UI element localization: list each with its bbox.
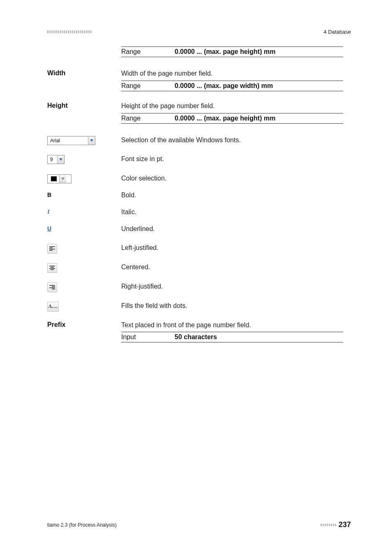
width-desc: Width of the page number field. [121,69,343,78]
range-label: Range [121,82,175,90]
svg-rect-7 [49,266,55,266]
range-label: Range [121,48,175,56]
color-swatch-icon [51,176,57,181]
font-size-desc: Font size in pt. [121,155,343,164]
font-size-value: 9 [48,157,55,162]
bold-desc: Bold. [121,191,343,200]
svg-rect-11 [49,285,55,286]
svg-rect-13 [49,287,55,288]
color-desc: Color selection. [121,174,343,183]
font-family-desc: Selection of the available Windows fonts… [121,136,343,145]
italic-icon[interactable]: I [47,208,50,215]
svg-rect-14 [52,289,55,289]
height-desc: Height of the page number field. [121,102,343,111]
prefix-desc: Text placed in front of the page number … [121,321,343,330]
svg-rect-3 [49,246,55,247]
bold-icon[interactable]: B [47,192,51,198]
align-center-icon[interactable] [47,263,57,273]
footer-left: tiamo 2.3 (for Process Analysis) [47,522,117,528]
align-center-desc: Centered. [121,263,343,272]
align-left-desc: Left-justified. [121,244,343,252]
input-label: Input [121,333,175,341]
svg-rect-10 [51,269,54,270]
range-label: Range [121,115,175,122]
section-header: 4 Database [324,29,351,35]
range-value: 0.0000 ... (max. page width) mm [175,82,273,90]
range-row-top: Range 0.0000 ... (max. page height) mm [121,46,343,57]
fill-dots-glyph: A.... [48,303,58,310]
font-size-dropdown[interactable]: 9 [47,155,65,164]
italic-desc: Italic. [121,208,343,217]
underline-desc: Underlined. [121,225,343,234]
range-row-height: Range 0.0000 ... (max. page height) mm [121,113,343,124]
align-left-icon[interactable] [47,244,57,254]
chevron-down-icon [57,155,64,164]
align-right-icon[interactable] [47,282,57,292]
font-family-dropdown[interactable]: Arial [47,136,95,145]
decorative-bars-top [47,30,92,33]
fill-dots-desc: Fills the field with dots. [121,302,343,310]
heading-width: Width [47,69,117,77]
font-family-value: Arial [48,138,62,143]
page-number: 237 [339,520,351,529]
svg-rect-5 [49,249,55,250]
fill-dots-icon[interactable]: A.... [47,302,59,312]
input-row-prefix: Input 50 characters [121,332,343,342]
input-value: 50 characters [175,333,217,341]
svg-rect-4 [49,247,53,248]
svg-rect-6 [49,250,53,251]
svg-marker-1 [59,158,62,161]
range-value: 0.0000 ... (max. page height) mm [175,115,275,122]
svg-rect-8 [51,267,54,268]
svg-marker-2 [61,178,65,180]
svg-marker-0 [90,139,93,142]
font-color-dropdown[interactable] [47,174,71,183]
heading-prefix: Prefix [47,321,117,328]
underline-icon[interactable]: U [47,225,51,232]
svg-rect-12 [52,286,55,287]
range-value: 0.0000 ... (max. page height) mm [175,48,275,56]
decorative-bars-footer [321,524,336,526]
chevron-down-icon [88,136,95,145]
chevron-down-icon [59,175,66,183]
heading-height: Height [47,102,117,109]
align-right-desc: Right-justified. [121,282,343,291]
svg-rect-9 [49,268,55,269]
range-row-width: Range 0.0000 ... (max. page width) mm [121,81,343,91]
